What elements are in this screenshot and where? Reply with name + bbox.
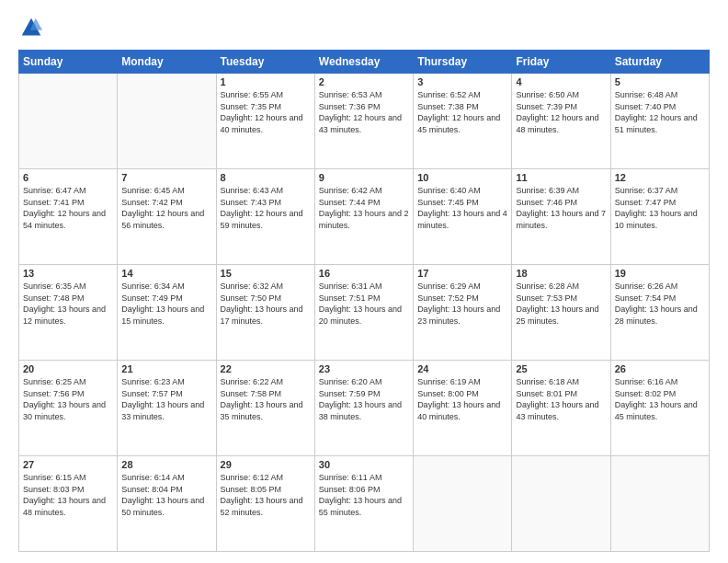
day-number: 18 xyxy=(516,268,606,279)
day-info: Sunrise: 6:48 AM Sunset: 7:40 PM Dayligh… xyxy=(615,89,705,135)
calendar-cell: 30Sunrise: 6:11 AM Sunset: 8:06 PM Dayli… xyxy=(314,456,413,552)
weekday-header-wednesday: Wednesday xyxy=(314,51,413,74)
day-number: 1 xyxy=(221,76,311,87)
day-number: 4 xyxy=(516,76,606,87)
day-number: 24 xyxy=(417,363,507,374)
calendar-cell: 27Sunrise: 6:15 AM Sunset: 8:03 PM Dayli… xyxy=(19,456,118,552)
week-row-2: 6Sunrise: 6:47 AM Sunset: 7:41 PM Daylig… xyxy=(19,169,710,265)
day-number: 19 xyxy=(615,268,705,279)
calendar-cell: 18Sunrise: 6:28 AM Sunset: 7:53 PM Dayli… xyxy=(512,265,610,361)
calendar-cell: 13Sunrise: 6:35 AM Sunset: 7:48 PM Dayli… xyxy=(19,265,118,361)
weekday-header-thursday: Thursday xyxy=(414,51,512,74)
day-info: Sunrise: 6:26 AM Sunset: 7:54 PM Dayligh… xyxy=(615,281,705,327)
calendar-cell: 12Sunrise: 6:37 AM Sunset: 7:47 PM Dayli… xyxy=(610,169,709,265)
day-number: 8 xyxy=(221,172,311,183)
calendar-cell xyxy=(610,456,709,552)
day-info: Sunrise: 6:37 AM Sunset: 7:47 PM Dayligh… xyxy=(615,185,705,231)
weekday-header-saturday: Saturday xyxy=(610,51,709,74)
day-number: 28 xyxy=(121,459,211,470)
day-number: 5 xyxy=(615,76,705,87)
day-info: Sunrise: 6:31 AM Sunset: 7:51 PM Dayligh… xyxy=(319,281,409,327)
day-info: Sunrise: 6:16 AM Sunset: 8:02 PM Dayligh… xyxy=(615,376,705,422)
day-number: 27 xyxy=(23,459,113,470)
calendar-cell xyxy=(19,74,118,169)
calendar-cell: 9Sunrise: 6:42 AM Sunset: 7:44 PM Daylig… xyxy=(314,169,413,265)
day-info: Sunrise: 6:25 AM Sunset: 7:56 PM Dayligh… xyxy=(23,376,113,422)
calendar-cell: 4Sunrise: 6:50 AM Sunset: 7:39 PM Daylig… xyxy=(512,74,610,169)
header xyxy=(18,15,710,40)
day-info: Sunrise: 6:19 AM Sunset: 8:00 PM Dayligh… xyxy=(417,376,507,422)
calendar-cell xyxy=(512,456,610,552)
day-info: Sunrise: 6:50 AM Sunset: 7:39 PM Dayligh… xyxy=(516,89,606,135)
day-info: Sunrise: 6:45 AM Sunset: 7:42 PM Dayligh… xyxy=(121,185,211,231)
weekday-header-sunday: Sunday xyxy=(19,51,118,74)
day-number: 29 xyxy=(221,459,311,470)
day-number: 11 xyxy=(516,172,606,183)
day-number: 13 xyxy=(23,268,113,279)
calendar-cell: 2Sunrise: 6:53 AM Sunset: 7:36 PM Daylig… xyxy=(314,74,413,169)
day-info: Sunrise: 6:14 AM Sunset: 8:04 PM Dayligh… xyxy=(121,472,211,518)
day-number: 25 xyxy=(516,363,606,374)
calendar-cell: 21Sunrise: 6:23 AM Sunset: 7:57 PM Dayli… xyxy=(118,361,216,456)
day-number: 16 xyxy=(319,268,409,279)
calendar-cell: 6Sunrise: 6:47 AM Sunset: 7:41 PM Daylig… xyxy=(19,169,118,265)
day-info: Sunrise: 6:22 AM Sunset: 7:58 PM Dayligh… xyxy=(221,376,311,422)
day-info: Sunrise: 6:35 AM Sunset: 7:48 PM Dayligh… xyxy=(23,281,113,327)
calendar-cell: 14Sunrise: 6:34 AM Sunset: 7:49 PM Dayli… xyxy=(118,265,216,361)
calendar-cell xyxy=(414,456,512,552)
day-number: 12 xyxy=(615,172,705,183)
weekday-header-friday: Friday xyxy=(512,51,610,74)
logo-icon xyxy=(18,15,44,40)
day-number: 20 xyxy=(23,363,113,374)
calendar-cell: 10Sunrise: 6:40 AM Sunset: 7:45 PM Dayli… xyxy=(414,169,512,265)
calendar-cell: 3Sunrise: 6:52 AM Sunset: 7:38 PM Daylig… xyxy=(414,74,512,169)
day-info: Sunrise: 6:12 AM Sunset: 8:05 PM Dayligh… xyxy=(221,472,311,518)
calendar-cell: 5Sunrise: 6:48 AM Sunset: 7:40 PM Daylig… xyxy=(610,74,709,169)
calendar-cell xyxy=(118,74,216,169)
day-info: Sunrise: 6:23 AM Sunset: 7:57 PM Dayligh… xyxy=(121,376,211,422)
weekday-header-tuesday: Tuesday xyxy=(216,51,314,74)
day-info: Sunrise: 6:28 AM Sunset: 7:53 PM Dayligh… xyxy=(516,281,606,327)
calendar-cell: 29Sunrise: 6:12 AM Sunset: 8:05 PM Dayli… xyxy=(216,456,314,552)
calendar-cell: 1Sunrise: 6:55 AM Sunset: 7:35 PM Daylig… xyxy=(216,74,314,169)
week-row-5: 27Sunrise: 6:15 AM Sunset: 8:03 PM Dayli… xyxy=(19,456,710,552)
calendar-cell: 20Sunrise: 6:25 AM Sunset: 7:56 PM Dayli… xyxy=(19,361,118,456)
day-number: 30 xyxy=(319,459,409,470)
day-number: 14 xyxy=(121,268,211,279)
day-info: Sunrise: 6:29 AM Sunset: 7:52 PM Dayligh… xyxy=(417,281,507,327)
day-info: Sunrise: 6:53 AM Sunset: 7:36 PM Dayligh… xyxy=(319,89,409,135)
day-number: 17 xyxy=(417,268,507,279)
day-number: 7 xyxy=(121,172,211,183)
week-row-1: 1Sunrise: 6:55 AM Sunset: 7:35 PM Daylig… xyxy=(19,74,710,169)
calendar-cell: 24Sunrise: 6:19 AM Sunset: 8:00 PM Dayli… xyxy=(414,361,512,456)
day-number: 22 xyxy=(221,363,311,374)
calendar-cell: 8Sunrise: 6:43 AM Sunset: 7:43 PM Daylig… xyxy=(216,169,314,265)
calendar-cell: 25Sunrise: 6:18 AM Sunset: 8:01 PM Dayli… xyxy=(512,361,610,456)
calendar: SundayMondayTuesdayWednesdayThursdayFrid… xyxy=(18,50,710,552)
page: SundayMondayTuesdayWednesdayThursdayFrid… xyxy=(0,0,728,563)
calendar-cell: 17Sunrise: 6:29 AM Sunset: 7:52 PM Dayli… xyxy=(414,265,512,361)
day-info: Sunrise: 6:55 AM Sunset: 7:35 PM Dayligh… xyxy=(221,89,311,135)
calendar-cell: 22Sunrise: 6:22 AM Sunset: 7:58 PM Dayli… xyxy=(216,361,314,456)
day-info: Sunrise: 6:39 AM Sunset: 7:46 PM Dayligh… xyxy=(516,185,606,231)
weekday-header-row: SundayMondayTuesdayWednesdayThursdayFrid… xyxy=(19,51,710,74)
weekday-header-monday: Monday xyxy=(118,51,216,74)
week-row-4: 20Sunrise: 6:25 AM Sunset: 7:56 PM Dayli… xyxy=(19,361,710,456)
day-number: 15 xyxy=(221,268,311,279)
day-info: Sunrise: 6:52 AM Sunset: 7:38 PM Dayligh… xyxy=(417,89,507,135)
day-info: Sunrise: 6:42 AM Sunset: 7:44 PM Dayligh… xyxy=(319,185,409,231)
logo xyxy=(18,15,48,40)
day-info: Sunrise: 6:47 AM Sunset: 7:41 PM Dayligh… xyxy=(23,185,113,231)
day-info: Sunrise: 6:20 AM Sunset: 7:59 PM Dayligh… xyxy=(319,376,409,422)
calendar-cell: 23Sunrise: 6:20 AM Sunset: 7:59 PM Dayli… xyxy=(314,361,413,456)
day-number: 23 xyxy=(319,363,409,374)
day-info: Sunrise: 6:32 AM Sunset: 7:50 PM Dayligh… xyxy=(221,281,311,327)
week-row-3: 13Sunrise: 6:35 AM Sunset: 7:48 PM Dayli… xyxy=(19,265,710,361)
day-number: 2 xyxy=(319,76,409,87)
day-number: 3 xyxy=(417,76,507,87)
day-info: Sunrise: 6:34 AM Sunset: 7:49 PM Dayligh… xyxy=(121,281,211,327)
day-info: Sunrise: 6:43 AM Sunset: 7:43 PM Dayligh… xyxy=(221,185,311,231)
day-number: 26 xyxy=(615,363,705,374)
day-info: Sunrise: 6:11 AM Sunset: 8:06 PM Dayligh… xyxy=(319,472,409,518)
day-number: 6 xyxy=(23,172,113,183)
